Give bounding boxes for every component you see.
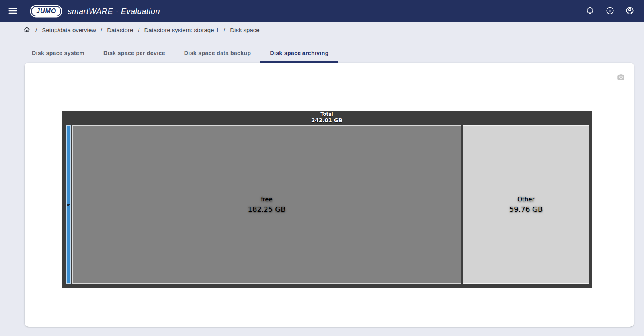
tab-disk-space-data-backup[interactable]: Disk space data backup [175,44,261,63]
treemap-body: free 182.25 GB Other 59.76 GB [62,124,592,288]
jumo-logo[interactable]: JUMO [31,6,61,16]
content-card: Total 242.01 GB free 182.25 GB Other 59.… [25,63,634,327]
breadcrumb-setup-data-overview[interactable]: Setup/data overview [42,27,96,33]
breadcrumb-separator: / [224,27,225,33]
breadcrumb-separator: / [138,27,139,33]
treemap-total-label: Total [320,111,333,117]
chart-screenshot-button[interactable] [616,72,626,83]
account-button[interactable] [623,4,637,18]
hamburger-icon [8,6,18,17]
notifications-button[interactable] [583,4,597,18]
breadcrumb-separator: / [101,27,102,33]
archive-cell-micro-label [66,204,70,206]
tab-disk-space-per-device[interactable]: Disk space per device [94,44,175,63]
breadcrumb: / Setup/data overview / Datastore / Data… [0,22,644,38]
account-icon [625,6,634,16]
camera-icon [616,72,626,83]
treemap-total-value: 242.01 GB [311,117,342,123]
navbar-actions [583,4,637,18]
breadcrumb-datastore-system[interactable]: Datastore system: storage 1 [144,27,219,33]
breadcrumb-datastore[interactable]: Datastore [107,27,133,33]
breadcrumb-separator: / [35,27,37,33]
home-button[interactable] [23,26,31,35]
free-cell-value: 182.25 GB [248,205,286,214]
treemap-cell-other[interactable]: Other 59.76 GB [463,125,589,284]
treemap-cell-free[interactable]: free 182.25 GB [72,125,461,284]
home-icon [23,26,31,35]
free-cell-label: free [261,195,273,204]
tab-bar: Disk space system Disk space per device … [0,38,644,63]
top-navbar: JUMO smartWARE · Evaluation [0,0,644,22]
bell-icon [585,6,595,16]
info-icon [605,6,615,16]
other-cell-value: 59.76 GB [509,205,543,214]
tab-disk-space-system[interactable]: Disk space system [22,44,94,63]
info-button[interactable] [603,4,617,18]
treemap-total-header[interactable]: Total 242.01 GB [62,111,592,124]
tab-disk-space-archiving[interactable]: Disk space archiving [260,44,338,63]
treemap-cell-archive[interactable] [66,125,71,284]
menu-button[interactable] [6,4,20,18]
app-title: smartWARE · Evaluation [68,7,160,16]
disk-space-treemap: Total 242.01 GB free 182.25 GB Other 59.… [62,111,592,288]
breadcrumb-disk-space[interactable]: Disk space [230,27,259,33]
jumo-logo-text: JUMO [36,8,56,15]
other-cell-label: Other [517,195,535,204]
